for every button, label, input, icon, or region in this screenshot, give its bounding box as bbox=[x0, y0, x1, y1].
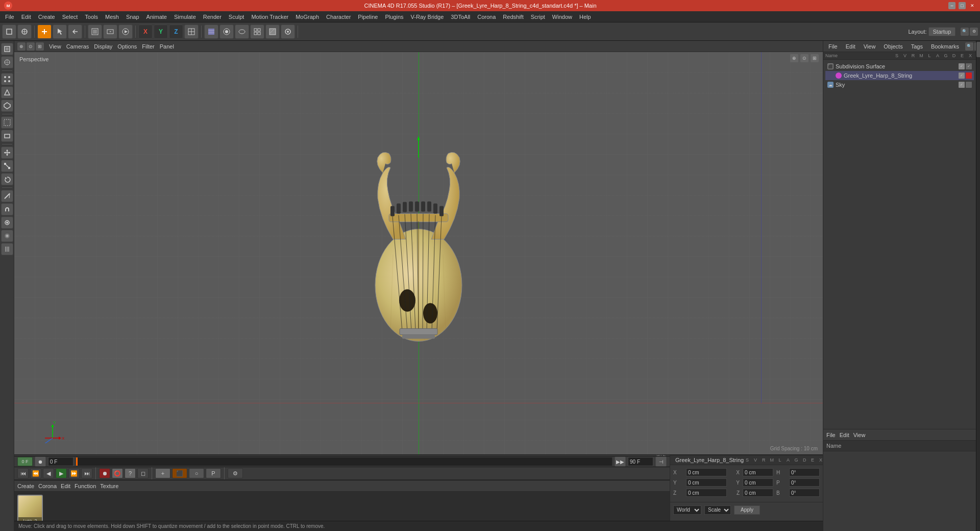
obj-mgr-view[interactable]: View bbox=[862, 43, 878, 50]
hair-tool-button[interactable] bbox=[1, 243, 13, 255]
mesh-mode-button[interactable] bbox=[17, 25, 32, 39]
mat-create[interactable]: Create bbox=[17, 483, 34, 489]
undo-button[interactable] bbox=[68, 25, 82, 39]
menu-simulate[interactable]: Simulate bbox=[171, 13, 199, 21]
knife-tool-button[interactable] bbox=[1, 190, 13, 202]
menu-motion-tracker[interactable]: Motion Tracker bbox=[248, 13, 291, 21]
paint-button[interactable] bbox=[219, 25, 234, 39]
play-reverse-button[interactable]: ◀ bbox=[43, 468, 54, 478]
vp-menu-filter[interactable]: Filter bbox=[142, 43, 154, 50]
menu-snap[interactable]: Snap bbox=[123, 13, 142, 21]
scale-select[interactable]: Scale bbox=[704, 505, 731, 515]
attr-z-input[interactable] bbox=[686, 489, 727, 497]
scale-tool-button[interactable] bbox=[1, 160, 13, 172]
obj-mgr-tags[interactable]: Tags bbox=[909, 43, 925, 50]
texture-axis-button[interactable] bbox=[1, 56, 13, 68]
menu-create[interactable]: Create bbox=[35, 13, 58, 21]
vp-nav-3[interactable]: ⊞ bbox=[36, 42, 44, 51]
go-end-button[interactable]: ⏭ bbox=[81, 468, 92, 478]
menu-corona[interactable]: Corona bbox=[474, 13, 499, 21]
auto-key-button[interactable]: ⭕ bbox=[112, 468, 123, 478]
attr-b-input[interactable] bbox=[789, 489, 820, 497]
minimize-button[interactable]: – bbox=[948, 2, 955, 9]
render-settings-button[interactable] bbox=[281, 25, 295, 39]
attr-h-input[interactable] bbox=[789, 468, 820, 476]
menu-vray-bridge[interactable]: V-Ray Bridge bbox=[408, 13, 447, 21]
obj-mgr-search[interactable]: 🔍 bbox=[965, 42, 973, 51]
points-mode-button[interactable] bbox=[1, 73, 13, 85]
frame-end-input[interactable] bbox=[628, 457, 653, 466]
menu-edit[interactable]: Edit bbox=[18, 13, 34, 21]
attr-x-input[interactable] bbox=[686, 468, 727, 476]
object-tool-button[interactable] bbox=[1, 43, 13, 55]
scrollbar-thumb[interactable] bbox=[976, 42, 980, 57]
mat-edit[interactable]: Edit bbox=[61, 483, 70, 489]
menu-mesh[interactable]: Mesh bbox=[102, 13, 122, 21]
texture-view-button[interactable] bbox=[204, 25, 218, 39]
smooth-button[interactable] bbox=[235, 25, 249, 39]
frame-input[interactable] bbox=[48, 457, 74, 466]
menu-redshift[interactable]: Redshift bbox=[500, 13, 526, 21]
menu-tools[interactable]: Tools bbox=[82, 13, 101, 21]
menu-sculpt[interactable]: Sculpt bbox=[226, 13, 248, 21]
anim-end-key-button[interactable]: ⊣ bbox=[655, 456, 667, 467]
play-button[interactable]: ▶ bbox=[56, 468, 67, 478]
vp-menu-options[interactable]: Options bbox=[117, 43, 137, 50]
motion-clip-button[interactable]: ◻ bbox=[137, 468, 149, 478]
x-axis-button[interactable]: X bbox=[138, 25, 153, 39]
world-axis-button[interactable] bbox=[184, 25, 199, 39]
menu-animate[interactable]: Animate bbox=[143, 13, 170, 21]
paint-brush-button[interactable] bbox=[1, 216, 13, 229]
timeline-scrubber[interactable] bbox=[76, 457, 612, 466]
attr-file[interactable]: File bbox=[826, 432, 836, 438]
key-help-button[interactable]: ? bbox=[125, 468, 136, 478]
menu-plugins[interactable]: Plugins bbox=[382, 13, 406, 21]
anim-speed-button[interactable]: ▶▶ bbox=[615, 456, 626, 467]
model-mode-button[interactable] bbox=[2, 25, 16, 39]
obj-item-sky[interactable]: ☁ Sky ✓ bbox=[825, 80, 974, 89]
obj-mgr-file[interactable]: File bbox=[826, 43, 840, 50]
attr-y-input[interactable] bbox=[686, 478, 727, 487]
obj-mgr-bookmarks[interactable]: Bookmarks bbox=[929, 43, 961, 50]
y-axis-button[interactable]: Y bbox=[154, 25, 168, 39]
render-button[interactable] bbox=[118, 25, 133, 39]
edges-mode-button[interactable] bbox=[1, 86, 13, 99]
mat-function[interactable]: Function bbox=[75, 483, 96, 489]
add-object-button[interactable] bbox=[37, 25, 52, 39]
apply-button[interactable]: Apply bbox=[734, 505, 760, 515]
menu-render[interactable]: Render bbox=[200, 13, 225, 21]
render-view-button[interactable] bbox=[103, 25, 117, 39]
menu-mograph[interactable]: MoGraph bbox=[292, 13, 322, 21]
prev-key-button[interactable]: ⏪ bbox=[30, 468, 41, 478]
attr-edit-menu[interactable]: Edit bbox=[840, 432, 849, 438]
attr-view-menu[interactable]: View bbox=[853, 432, 866, 438]
live-selection-button[interactable] bbox=[1, 116, 13, 129]
menu-script[interactable]: Script bbox=[528, 13, 548, 21]
menu-select[interactable]: Select bbox=[59, 13, 81, 21]
menu-window[interactable]: Window bbox=[549, 13, 575, 21]
rectangle-selection-button[interactable] bbox=[1, 130, 13, 142]
menu-3dtoall[interactable]: 3DToAll bbox=[448, 13, 473, 21]
z-axis-button[interactable]: Z bbox=[169, 25, 183, 39]
obj-item-lyre[interactable]: Greek_Lyre_Harp_8_String ✓ bbox=[825, 71, 974, 80]
grid-button[interactable] bbox=[250, 25, 264, 39]
polygon-mode-button[interactable] bbox=[1, 100, 13, 112]
menu-character[interactable]: Character bbox=[323, 13, 354, 21]
settings-button[interactable]: ⚙ bbox=[970, 28, 978, 36]
anim-layer-3[interactable]: ○ bbox=[189, 468, 204, 478]
select-button[interactable] bbox=[53, 25, 67, 39]
obj-item-subdivision[interactable]: ⬛ Subdivision Surface ✓ ✓ bbox=[825, 62, 974, 71]
attr-rx-input[interactable] bbox=[743, 468, 773, 476]
soft-selection-button[interactable] bbox=[1, 230, 13, 242]
layout-selector[interactable]: Startup bbox=[928, 27, 955, 36]
attr-p-input[interactable] bbox=[789, 478, 820, 487]
search-button[interactable]: 🔍 bbox=[961, 28, 969, 36]
anim-layer-2[interactable]: ⬛ bbox=[172, 468, 187, 478]
magnet-tool-button[interactable] bbox=[1, 203, 13, 215]
vp-menu-view[interactable]: View bbox=[49, 43, 61, 50]
anim-layer-1[interactable]: + bbox=[155, 468, 170, 478]
maximize-button[interactable]: □ bbox=[959, 2, 966, 9]
menu-pipeline[interactable]: Pipeline bbox=[355, 13, 381, 21]
obj-mgr-objects[interactable]: Objects bbox=[881, 43, 904, 50]
anim-settings[interactable]: ⚙ bbox=[228, 468, 243, 478]
